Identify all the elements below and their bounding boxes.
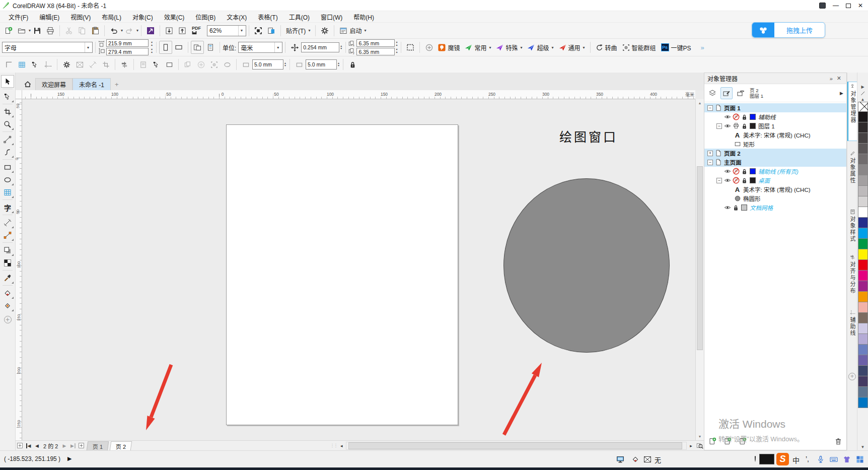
document-tab-untitled[interactable]: 未命名 -1 <box>73 78 111 90</box>
add-page-after-button[interactable] <box>77 441 86 450</box>
copy-button[interactable] <box>76 24 89 37</box>
palette-scroll-up-icon[interactable]: ▲ <box>861 97 865 102</box>
palette-scroll-down-icon[interactable]: ▼ <box>857 445 868 449</box>
color-swatch-2[interactable] <box>858 133 868 144</box>
gray-ellipse-object[interactable] <box>503 178 670 353</box>
page-tab-2[interactable]: 页 2 <box>109 441 132 450</box>
menu-item-4[interactable]: 对象(C) <box>127 12 159 22</box>
tree-row[interactable]: −图层 1 <box>704 121 846 130</box>
vertical-scrollbar[interactable]: ▲ ▼ <box>695 99 704 440</box>
horizontal-ruler[interactable]: 15010050050100150200250300350400毫米 <box>22 90 695 99</box>
open-button[interactable] <box>15 24 28 37</box>
menu-item-8[interactable]: 表格(T) <box>252 12 283 22</box>
tree-expander-icon[interactable]: − <box>707 160 713 165</box>
shape-tool[interactable] <box>1 90 14 103</box>
connector-tool[interactable] <box>1 229 14 241</box>
color-swatch-24[interactable] <box>858 366 868 376</box>
color-swatch-4[interactable] <box>858 154 868 165</box>
ellipse-tool[interactable] <box>1 173 14 186</box>
zoom-tool[interactable] <box>1 118 14 130</box>
duplicate-x-field[interactable]: 6.35 mm <box>356 39 395 47</box>
plugin-frame2-icon[interactable] <box>293 58 306 71</box>
redo-button[interactable] <box>123 24 136 37</box>
menu-item-0[interactable]: 文件(F) <box>3 12 34 22</box>
plugin-menu-2[interactable]: 特殊▾ <box>493 42 525 53</box>
plugin-shape3-icon[interactable] <box>207 58 221 71</box>
color-swatch-20[interactable] <box>858 323 868 334</box>
plugin-menu-1-dropdown[interactable]: ▾ <box>489 45 491 50</box>
layer-color-swatch[interactable] <box>750 123 756 129</box>
vertical-ruler[interactable]: 50050100150200250 <box>16 99 22 440</box>
smart-group-button[interactable]: 智能群组 <box>620 42 659 53</box>
color-swatch-10[interactable] <box>858 218 868 228</box>
plugin-frame-icon[interactable] <box>239 58 252 71</box>
color-swatch-26[interactable] <box>858 387 868 397</box>
menu-item-6[interactable]: 位图(B) <box>190 12 221 22</box>
pick-tool[interactable] <box>1 75 14 88</box>
ruler-origin-button[interactable] <box>16 90 22 99</box>
document-color-settings-icon[interactable] <box>615 454 625 464</box>
plugin-lock-icon[interactable] <box>346 58 359 71</box>
page-size-preset-combo[interactable]: 字母▾ <box>2 42 93 53</box>
docker-flyout-icon[interactable]: ▶ <box>840 91 844 96</box>
color-swatch-17[interactable] <box>858 292 868 302</box>
plugin-shape4-icon[interactable] <box>221 58 234 71</box>
delete-layer-button[interactable] <box>832 435 844 447</box>
plugin-clear-icon[interactable] <box>99 58 112 71</box>
ime-language-toggle[interactable]: 中 <box>792 455 800 465</box>
docker-tab-4[interactable]: 辅助线 <box>847 308 857 350</box>
docker-collapse-icon[interactable]: » <box>828 76 835 82</box>
layer-no-print-icon[interactable] <box>732 177 740 184</box>
zoom-to-page-button[interactable] <box>695 441 704 450</box>
layer-lock-icon[interactable] <box>741 168 748 175</box>
color-swatch-25[interactable] <box>858 376 868 387</box>
next-page-button[interactable]: ▶ <box>60 441 68 450</box>
layer-manager-view-icon[interactable] <box>706 87 718 99</box>
menu-item-2[interactable]: 视图(V) <box>65 12 96 22</box>
page-height-field[interactable]: 279.4 mm <box>106 48 149 55</box>
plugin-width-spinner[interactable]: ▴▾ <box>283 62 287 67</box>
plugin-remove-icon[interactable] <box>73 58 86 71</box>
all-pages-button[interactable] <box>191 41 204 54</box>
plugin-menu-3-dropdown[interactable]: ▾ <box>551 45 553 50</box>
tree-row[interactable]: 辅助线 (所有页) <box>704 167 846 176</box>
color-swatch-8[interactable] <box>858 196 868 207</box>
no-color-swatch[interactable] <box>858 102 868 112</box>
tree-row[interactable]: 文档网格 <box>704 203 846 212</box>
tree-row[interactable]: −页面 1 <box>704 103 846 112</box>
text-tool[interactable]: 字 <box>1 201 14 214</box>
graph-paper-tool[interactable] <box>1 186 14 198</box>
plugin-gear-page-icon[interactable] <box>60 58 73 71</box>
taskbar-app-icon[interactable] <box>819 3 826 9</box>
color-swatch-0[interactable] <box>858 112 868 122</box>
plugin-guide-icon[interactable] <box>41 58 54 71</box>
import-button[interactable] <box>163 24 176 37</box>
color-swatch-19[interactable] <box>858 313 868 323</box>
show-object-properties-icon[interactable] <box>720 87 733 99</box>
color-swatch-1[interactable] <box>858 122 868 133</box>
publish-pdf-button[interactable]: PDF <box>189 24 204 37</box>
plugin-menu-0[interactable]: 魔镜 <box>436 42 462 53</box>
plugin-menu-4[interactable]: 通用▾ <box>556 42 588 53</box>
zoom-level-combo[interactable]: 62%▾ <box>207 25 246 36</box>
color-swatch-7[interactable] <box>858 186 868 196</box>
plugin-shape2-icon[interactable] <box>194 58 207 71</box>
status-expand-icon[interactable]: ▶ <box>67 455 71 462</box>
cut-button[interactable] <box>62 24 76 37</box>
undo-button[interactable] <box>107 24 120 37</box>
freehand-tool[interactable] <box>1 133 14 146</box>
plugin-menu-2-dropdown[interactable]: ▾ <box>520 45 522 50</box>
search-content-button[interactable] <box>144 24 157 37</box>
snap-to-dropdown[interactable]: ▾ <box>308 28 310 33</box>
tree-row[interactable]: +页面 2 <box>704 149 846 158</box>
layer-color-swatch[interactable] <box>750 177 756 183</box>
color-swatch-21[interactable] <box>858 334 868 345</box>
snap-to-menu[interactable]: 贴齐(T)▾ <box>283 25 313 36</box>
docker-tab-1[interactable]: 对象属性 <box>847 149 857 193</box>
tree-row[interactable]: A美术字: 宋体 (常规) (CHC) <box>704 185 846 194</box>
nudge-spinner[interactable]: ▴▾ <box>339 45 343 50</box>
convert-to-curves-button[interactable]: 转曲 <box>593 42 620 53</box>
quick-customize-button[interactable] <box>422 41 436 54</box>
units-dropdown[interactable]: ▾ <box>274 42 280 52</box>
artistic-text-object[interactable]: 绘图窗口 <box>553 127 624 145</box>
